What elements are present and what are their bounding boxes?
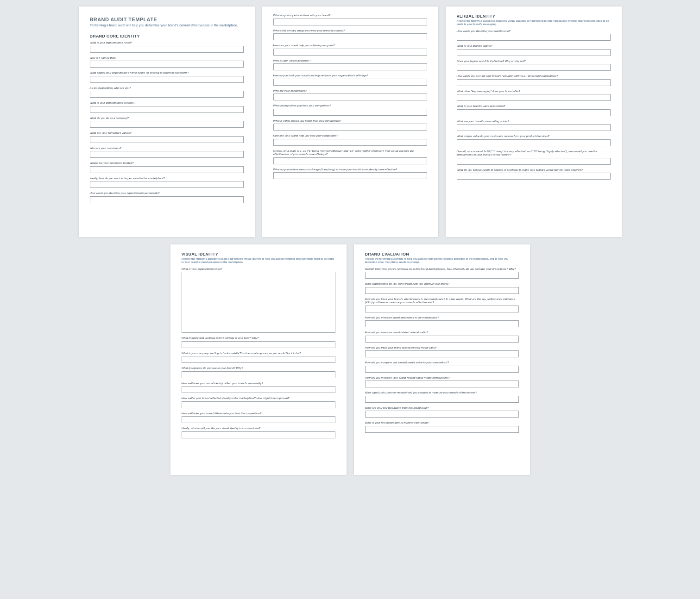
answer-field[interactable] [365,411,519,418]
q-label: What is your organization's name? [90,41,244,45]
q-label: How will you measure your brand-related … [365,376,519,380]
answer-field[interactable] [273,49,427,56]
q-label: Who are your competitors? [273,89,427,93]
answer-field[interactable] [457,49,611,56]
q-label: What imagery and verbiage is/isn't worki… [182,337,335,340]
answer-field[interactable] [457,124,611,131]
q-label: What is your organization's purpose? [90,101,244,105]
q-label: Ideally, what would you like your visual… [182,427,335,431]
answer-field[interactable] [273,19,427,25]
answer-field[interactable] [182,356,335,363]
q-label: What's the primary image you want your b… [273,29,427,33]
q-label: How will you measure brand awareness in … [365,316,519,320]
q-label: As an organization, who are you? [90,87,244,90]
answer-field[interactable] [365,350,519,357]
answer-field[interactable] [182,431,335,438]
q-label: How well is your brand reflected visuall… [182,397,335,400]
answer-field[interactable] [273,157,427,164]
answer-field[interactable] [457,64,611,71]
section-visual-title: VISUAL IDENTITY [182,252,335,256]
answer-field[interactable] [182,416,335,423]
answer-field[interactable] [457,109,611,116]
answer-field[interactable] [273,139,427,146]
answer-field[interactable] [90,106,244,113]
answer-field[interactable] [90,196,244,203]
answer-field[interactable] [273,94,427,100]
answer-field[interactable] [90,91,244,98]
page-row-2: VISUAL IDENTITY Answer the following que… [170,244,530,475]
q-label: What is your brand's value proposition? [457,105,611,108]
answer-field[interactable] [90,46,244,53]
q-label: What do you believe needs to change (if … [273,168,427,172]
q-label: What do you hope to achieve with your br… [273,14,427,18]
answer-field[interactable] [182,386,335,393]
answer-field[interactable] [365,272,519,279]
q-label: What is your company and logo's "color p… [182,352,335,356]
answer-field[interactable] [90,76,244,83]
answer-field[interactable] [457,94,611,101]
answer-field[interactable] [273,63,427,70]
q-label: How will you track your brand's effectiv… [365,298,519,305]
q-label: What do you believe needs to change (if … [457,168,611,172]
answer-field[interactable] [365,306,519,312]
section-verbal-title: VERBAL IDENTITY [457,14,611,19]
answer-field[interactable] [365,366,519,373]
q-label: How will you compare that earned media v… [365,361,519,365]
document-title: BRAND AUDIT TEMPLATE [90,17,244,22]
answer-field[interactable] [182,341,335,348]
section-verbal-sub: Answer the following questions about the… [457,19,611,26]
answer-field[interactable] [90,136,244,143]
answer-field[interactable] [457,139,611,146]
answer-field[interactable] [90,151,244,158]
q-label: What is your first action item to improv… [365,421,519,425]
answer-field[interactable] [273,124,427,131]
q-label: Overall, on a scale of 1–10 ("1" being "… [273,150,427,156]
page-2: What do you hope to achieve with your br… [262,6,438,237]
answer-field[interactable] [182,371,335,378]
answer-field[interactable] [457,79,611,86]
q-label: What type(s) of customer research will y… [365,391,519,395]
q-label: How would you describe your organization… [90,192,244,195]
page-row-1: BRAND AUDIT TEMPLATE Performing a brand … [79,6,622,237]
section-core-title: BRAND CORE IDENTITY [90,34,244,38]
document-subtitle: Performing a brand audit will help you d… [90,24,244,27]
answer-field-logo[interactable] [182,272,335,333]
q-label: What unique value do your customers rece… [457,135,611,138]
q-label: What typography do you use in your brand… [182,367,335,370]
page-5: BRAND EVALUATION Answer the following qu… [354,244,530,475]
answer-field[interactable] [365,287,519,294]
q-label: What other "key messaging" does your bra… [457,90,611,94]
answer-field[interactable] [182,401,335,408]
answer-field[interactable] [90,181,244,188]
section-eval-title: BRAND EVALUATION [365,252,519,256]
answer-field[interactable] [90,61,244,68]
answer-field[interactable] [273,109,427,116]
q-label: Ideally, how do you want to be perceived… [90,177,244,181]
answer-field[interactable] [365,396,519,403]
q-label: Where are your customers located? [90,162,244,165]
answer-field[interactable] [273,79,427,86]
section-visual-sub: Answer the following questions about you… [182,257,335,264]
q-label: What are your company's values? [90,131,244,135]
q-label: Overall, on a scale of 1–10 ("1" being "… [457,150,611,157]
answer-field[interactable] [457,158,611,165]
page-4: VISUAL IDENTITY Answer the following que… [170,244,347,475]
q-label: How would you describe your brand's tone… [457,30,611,33]
q-label: What is your brand's tagline? [457,44,611,48]
answer-field[interactable] [90,121,244,128]
q-label: What do you do as a company? [90,117,244,120]
q-label: What is your organization's logo? [182,268,335,271]
q-label: What are your brand's main selling point… [457,120,611,124]
q-label: How can your brand help you best your co… [273,134,427,138]
answer-field[interactable] [273,172,427,179]
q-label: What should your organization's name evo… [90,71,244,75]
answer-field[interactable] [457,173,611,180]
answer-field[interactable] [365,426,519,433]
answer-field[interactable] [90,166,244,173]
answer-field[interactable] [457,34,611,41]
answer-field[interactable] [365,320,519,327]
q-label: Why is it named that? [90,56,244,60]
answer-field[interactable] [365,336,519,343]
answer-field[interactable] [273,33,427,40]
answer-field[interactable] [365,381,519,387]
